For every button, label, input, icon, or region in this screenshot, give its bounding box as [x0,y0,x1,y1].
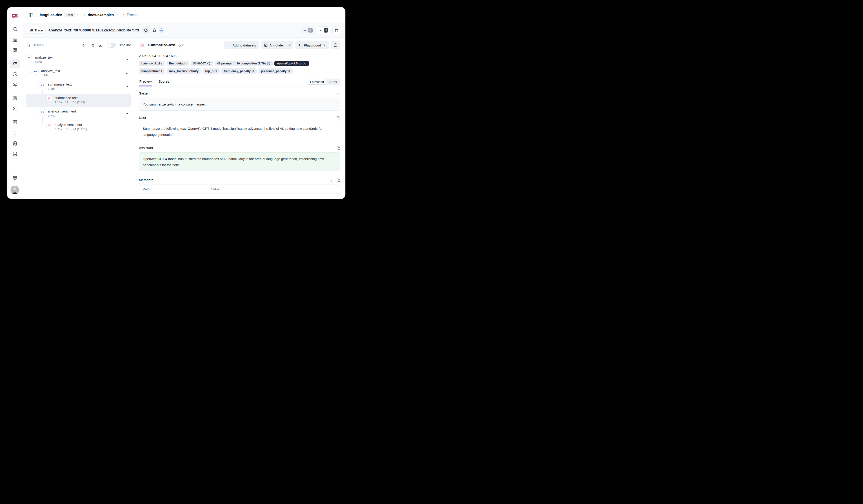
trace-node-icon [26,55,32,61]
copy-id-button[interactable]: ID [178,43,185,47]
annotate-pen-icon [264,43,268,47]
top-p-badge: top_p: 1 [203,68,220,74]
annotate-button[interactable]: Annotate [261,41,286,49]
tag-icon[interactable] [142,27,149,34]
previous-trace-button[interactable]: K [301,26,315,34]
assistant-message: OpenAI's GPT-4 model has pushed the boun… [139,153,340,171]
shortcut-key-j: J [324,28,328,33]
view-formatted-option[interactable]: Formatted [308,79,326,85]
tree-settings-icon[interactable] [90,43,94,47]
node-label: analyze-sentiment [54,123,87,127]
download-icon[interactable] [99,43,103,47]
annotate-split-button: Annotate [261,41,293,49]
trace-type-chip[interactable]: Trace [27,27,46,34]
row-chevron-down-icon[interactable] [125,72,129,75]
next-trace-button[interactable]: J [317,26,330,34]
annotation-clipboard-pen-icon[interactable] [10,138,20,148]
tree-row-analyze-sentiment-span[interactable]: analyze_sentiment 0.74s [26,107,132,121]
evaluation-percent-icon[interactable] [10,117,20,127]
tree-row-analyze-text-root[interactable]: analyze_text 1.94s [26,53,132,67]
metadata-table-header: Path Value [139,185,340,194]
desktop-background: langfuse-dev Team / docs-examples / Trac… [0,0,352,206]
tree-row-analyze-sentiment-generation[interactable]: analyze-sentiment 0.74s57 → 44 (Σ 101) [26,121,132,134]
env-badge: Env: default [166,61,189,66]
datasets-database-icon[interactable] [10,149,20,159]
node-label: summarize_text [48,82,72,86]
insights-lightbulb-icon[interactable] [10,128,20,138]
trace-tree-panel: Timeline analyze_text 1.94s [23,38,135,196]
info-icon [207,62,210,65]
user-avatar[interactable] [11,186,19,194]
breadcrumb-org[interactable]: langfuse-dev [40,13,62,17]
temperature-badge: temperature: 1 [139,68,165,74]
project-switcher-chevron-icon[interactable] [115,13,118,17]
breadcrumb-section[interactable]: Traces [126,13,137,17]
node-label: analyze_text [34,55,53,59]
node-duration: 1.94s [41,74,49,77]
model-badge[interactable]: openai/gpt-3.5-turbo [274,61,309,66]
node-token-usage: 57 → 44 (Σ 101) [65,128,87,131]
row-chevron-down-icon[interactable] [125,85,129,89]
node-label: summarize-text [54,96,85,100]
collapse-all-icon[interactable] [82,43,86,47]
search-icon[interactable] [10,24,20,34]
org-type-badge: Team [64,13,75,17]
tree-search-input[interactable] [33,43,57,47]
trace-tree: analyze_text 1.94s analyze_text 1.94s [23,53,135,134]
home-icon[interactable] [10,35,20,44]
frequency-penalty-badge: frequency_penalty: 0 [221,68,257,74]
content-area: Timeline analyze_text 1.94s [23,38,346,196]
add-to-datasets-label: Add to datasets [233,43,256,47]
sidebar-toggle-icon[interactable] [28,13,34,17]
badges-row-2: temperature: 1 max_tokens: Infinity top_… [139,68,340,74]
chevron-down-icon [323,43,326,47]
sessions-clock-icon[interactable] [10,69,20,79]
tab-scores[interactable]: Scores [158,79,170,86]
star-favorite-icon[interactable] [152,28,157,32]
sidebar-rail [7,7,23,199]
annotate-dropdown-chevron[interactable] [286,41,293,49]
token-usage-badge[interactable]: 49 prompt → 30 completion (Σ 79) [215,61,273,66]
observation-detail-panel: summarize-text ID Add to datasets Annota… [135,38,346,196]
copy-metadata-button[interactable] [337,179,340,182]
timeline-toggle[interactable] [108,43,116,48]
tree-row-summarize-text-generation[interactable]: summarize-text 1.18s49 → 30 (Σ 79) [26,94,132,107]
dashboard-icon[interactable] [10,45,20,55]
breadcrumb-separator: / [122,13,125,17]
copy-assistant-button[interactable] [337,146,340,150]
tab-preview[interactable]: Preview [139,79,152,86]
row-chevron-down-icon[interactable] [125,112,129,116]
org-switcher-chevron-icon[interactable] [76,13,80,17]
tracing-icon[interactable] [10,59,20,68]
plus-icon [227,43,231,47]
playground-button[interactable]: Playground [295,41,329,49]
row-chevron-down-icon[interactable] [125,58,129,62]
timeline-label: Timeline [118,43,131,47]
add-to-datasets-button[interactable]: Add to datasets [224,41,259,49]
generation-node-icon [46,96,52,102]
terminal-icon [299,43,302,47]
cost-badge[interactable]: $0.00007 [190,61,213,66]
tree-row-summarize-text-span[interactable]: summarize_text 1.19s [26,80,132,94]
comments-button[interactable] [331,41,340,49]
delete-trace-button[interactable] [333,26,341,34]
breadcrumb-project[interactable]: docs-examples [88,13,114,17]
expand-metadata-button[interactable] [330,179,334,182]
metadata-col-path: Path [143,187,211,191]
node-duration: 1.94s [34,60,42,64]
badges-row-1: Latency: 1.18s Env: default $0.00007 49 … [139,61,340,66]
observation-title: summarize-text [147,43,176,47]
public-globe-icon[interactable] [159,28,164,33]
langfuse-logo-icon [11,13,18,20]
trace-header-row: Trace analyze_text: f0f78d8887011612a3c2… [23,23,346,38]
copy-user-button[interactable] [337,116,340,119]
tree-row-analyze-text-span[interactable]: analyze_text 1.94s [26,67,132,80]
settings-gear-icon[interactable] [10,173,20,182]
prompts-icon[interactable] [10,93,20,103]
copy-system-button[interactable] [337,92,340,95]
playground-terminal-icon[interactable] [10,104,20,114]
users-icon[interactable] [10,80,20,90]
view-json-option[interactable]: JSON [326,79,339,85]
node-token-usage: 49 → 30 (Σ 79) [65,101,85,104]
view-mode-segmented-control: Formatted JSON [307,79,340,85]
